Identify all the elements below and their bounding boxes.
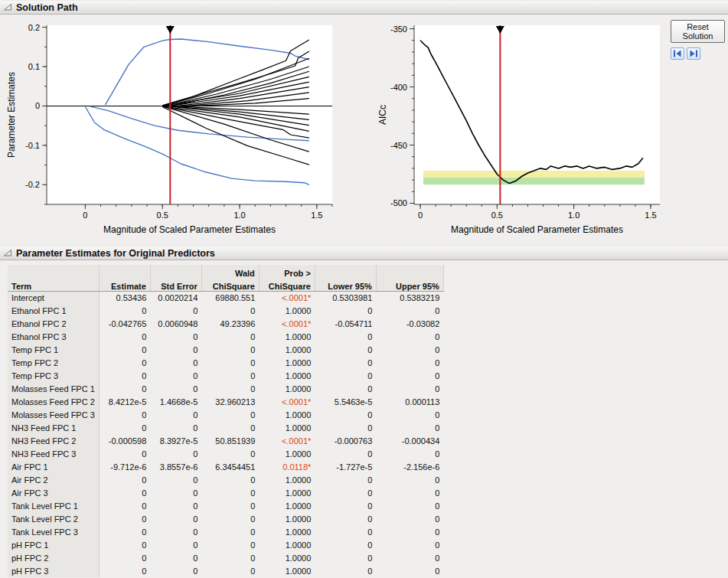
table-row[interactable]: pH FPC 20001.000000: [8, 551, 443, 564]
svg-text:0: 0: [418, 211, 423, 220]
term-cell: Ethanol FPC 2: [8, 317, 99, 330]
value-cell: 0: [99, 330, 150, 343]
value-cell: 0: [315, 538, 376, 551]
value-cell: 0: [201, 486, 259, 499]
value-cell: 0: [201, 421, 259, 434]
value-cell: 0: [201, 343, 259, 356]
value-cell: 0: [150, 382, 201, 395]
table-row[interactable]: NH3 Feed FPC 10001.000000: [8, 421, 443, 434]
table-row[interactable]: pH FPC 30001.000000: [8, 564, 443, 577]
term-cell: Molasses Feed FPC 2: [8, 395, 99, 408]
term-cell: Molasses Feed FPC 1: [8, 382, 99, 395]
table-row[interactable]: Molasses Feed FPC 30001.000000: [8, 408, 443, 421]
value-cell: -9.712e-6: [99, 460, 150, 473]
section-title: Solution Path: [16, 2, 78, 13]
svg-text:-500: -500: [390, 198, 407, 207]
value-cell: 0: [376, 421, 443, 434]
value-cell: 0: [315, 447, 376, 460]
value-cell: 0: [99, 499, 150, 512]
value-cell: 0: [150, 330, 201, 343]
table-row[interactable]: Ethanol FPC 10001.000000: [8, 304, 443, 317]
value-cell: 0: [150, 486, 201, 499]
value-cell: -0.000434: [376, 434, 443, 447]
table-row[interactable]: Temp FPC 20001.000000: [8, 356, 443, 369]
value-cell: 0: [150, 525, 201, 538]
table-row[interactable]: Air FPC 30001.000000: [8, 486, 443, 499]
table-row[interactable]: Ethanol FPC 30001.000000: [8, 330, 443, 343]
step-back-button[interactable]: [671, 47, 684, 60]
disclosure-triangle-icon[interactable]: [3, 3, 12, 11]
value-cell: 0: [99, 512, 150, 525]
parameter-estimates-chart[interactable]: 00.51.01.5-0.2-0.100.10.2Magnitude of Sc…: [5, 19, 341, 240]
value-cell: 0: [201, 525, 259, 538]
disclosure-triangle-icon[interactable]: [3, 249, 12, 257]
svg-text:1.5: 1.5: [311, 211, 322, 220]
term-cell: Air FPC 3: [8, 486, 99, 499]
value-cell: 0: [376, 499, 443, 512]
table-row[interactable]: Temp FPC 30001.000000: [8, 369, 443, 382]
value-cell: 1.0000: [259, 343, 315, 356]
column-header[interactable]: Std Error: [150, 278, 201, 291]
value-cell: 0: [150, 343, 201, 356]
table-row[interactable]: NH3 Feed FPC 2-0.0005988.3927e-550.85193…: [8, 434, 443, 447]
value-cell: 0: [315, 564, 376, 577]
parameter-estimates-chart-svg[interactable]: 00.51.01.5-0.2-0.100.10.2Magnitude of Sc…: [5, 19, 341, 240]
svg-text:0.1: 0.1: [28, 62, 40, 71]
value-cell: 0: [99, 473, 150, 486]
column-header[interactable]: [99, 265, 150, 278]
column-header[interactable]: Prob >: [259, 265, 315, 278]
value-cell: 0: [315, 551, 376, 564]
table-row[interactable]: pH FPC 10001.000000: [8, 538, 443, 551]
aicc-chart-svg[interactable]: 00.51.01.5-500-450-400-350Magnitude of S…: [376, 19, 671, 240]
value-cell: 8.3927e-5: [150, 434, 201, 447]
value-cell: 1.0000: [259, 421, 315, 434]
table-row[interactable]: Molasses Feed FPC 28.4212e-51.4668e-532.…: [8, 395, 443, 408]
value-cell: 0: [315, 512, 376, 525]
value-cell: 1.0000: [259, 408, 315, 421]
svg-text:0: 0: [83, 211, 87, 220]
table-row[interactable]: Temp FPC 10001.000000: [8, 343, 443, 356]
term-cell: NH3 Feed FPC 1: [8, 421, 99, 434]
column-header[interactable]: Wald: [201, 265, 259, 278]
value-cell: 0: [315, 525, 376, 538]
column-header[interactable]: [150, 265, 201, 278]
column-header[interactable]: [376, 265, 443, 278]
table-row[interactable]: Tank Level FPC 30001.000000: [8, 525, 443, 538]
table-row[interactable]: Tank Level FPC 20001.000000: [8, 512, 443, 525]
value-cell: 0: [201, 564, 259, 577]
value-cell: 0: [99, 369, 150, 382]
step-forward-button[interactable]: [687, 47, 700, 60]
value-cell: 1.0000: [259, 356, 315, 369]
column-header[interactable]: Term: [8, 278, 99, 291]
value-cell: 8.4212e-5: [99, 395, 150, 408]
column-header[interactable]: [8, 265, 99, 278]
column-header[interactable]: [315, 265, 376, 278]
table-row[interactable]: Molasses Feed FPC 10001.000000: [8, 382, 443, 395]
column-header[interactable]: ChiSquare: [259, 278, 315, 291]
table-row[interactable]: Air FPC 20001.000000: [8, 473, 443, 486]
column-header[interactable]: Estimate: [99, 278, 150, 291]
value-cell: 0: [201, 512, 259, 525]
value-cell: 0: [315, 408, 376, 421]
reset-solution-button[interactable]: Reset Solution: [671, 20, 725, 43]
value-cell: 0: [376, 343, 443, 356]
table-row[interactable]: Ethanol FPC 2-0.0427650.006094849.23396<…: [8, 317, 443, 330]
parameter-estimates-section-header[interactable]: Parameter Estimates for Original Predict…: [0, 246, 728, 260]
value-cell: 1.0000: [259, 499, 315, 512]
column-header[interactable]: ChiSquare: [201, 278, 259, 291]
value-cell: 0: [99, 538, 150, 551]
aicc-chart[interactable]: 00.51.01.5-500-450-400-350Magnitude of S…: [376, 19, 671, 240]
section-title: Parameter Estimates for Original Predict…: [16, 248, 215, 259]
table-row[interactable]: Intercept0.534360.002021469880.551<.0001…: [8, 291, 443, 304]
table-row[interactable]: Tank Level FPC 10001.000000: [8, 499, 443, 512]
step-back-icon: [673, 49, 682, 58]
value-cell: 0: [99, 382, 150, 395]
table-row[interactable]: Air FPC 1-9.712e-63.8557e-66.34544510.01…: [8, 460, 443, 473]
value-cell: 0: [376, 551, 443, 564]
solution-path-section-header[interactable]: Solution Path: [0, 0, 728, 15]
value-cell: 0.5383219: [376, 291, 443, 304]
table-row[interactable]: NH3 Feed FPC 30001.000000: [8, 447, 443, 460]
value-cell: 0: [376, 512, 443, 525]
column-header[interactable]: Upper 95%: [376, 278, 443, 291]
column-header[interactable]: Lower 95%: [315, 278, 376, 291]
